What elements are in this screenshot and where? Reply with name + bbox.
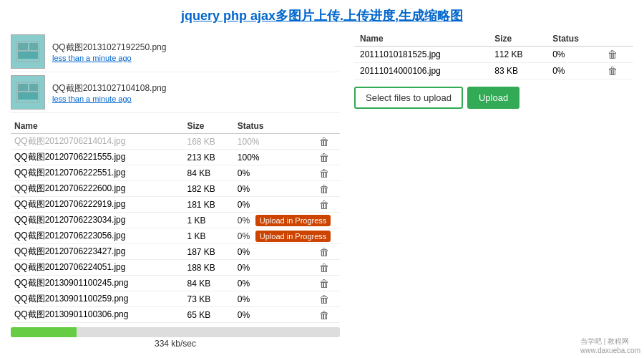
status-cell: 0% [547, 63, 602, 79]
table-row: QQ截图20120706222600.jpg 182 KB 0% 🗑 [11, 181, 340, 197]
select-files-button[interactable]: Select files to upload [354, 87, 463, 109]
delete-icon[interactable]: 🗑 [319, 262, 329, 274]
delete-icon[interactable]: 🗑 [319, 246, 329, 258]
uploaded-item: QQ截图20131027192250.png less than a minut… [11, 32, 340, 72]
file-name-cell: 20111010181525.jpg [354, 47, 489, 63]
file-size-cell: 73 KB [183, 291, 233, 307]
upload-button[interactable]: Upload [467, 87, 519, 109]
delete-icon[interactable]: 🗑 [319, 183, 329, 195]
file-name-cell: QQ截图20120706221555.jpg [11, 150, 183, 165]
file-name-cell: QQ截图20120706214014.jpg [11, 134, 183, 150]
delete-icon[interactable]: 🗑 [608, 65, 618, 77]
right-col-status: Status [547, 32, 602, 47]
table-row: QQ截图20130901100245.png 84 KB 0% 🗑 [11, 276, 340, 291]
page-title: jquery php ajax多图片上传.上传进度,生成缩略图 [11, 7, 633, 24]
uploaded-item-name: QQ截图20131027192250.png [52, 42, 166, 54]
table-row: QQ截图20120706223034.jpg 1 KB 0% Upload in… [11, 213, 340, 228]
table-row: QQ截图20120706221555.jpg 213 KB 100% 🗑 [11, 150, 340, 165]
uploaded-item-time[interactable]: less than a minute ago [52, 54, 166, 62]
table-row: QQ截图20120706222919.jpg 181 KB 0% 🗑 [11, 197, 340, 213]
table-row: QQ截图20120706223056.jpg 1 KB 0% Upload in… [11, 228, 340, 244]
right-col-size: Size [489, 32, 547, 47]
delete-icon[interactable]: 🗑 [319, 278, 329, 289]
right-panel: Name Size Status 20111010181525.jpg 112 … [354, 32, 633, 347]
status-cell: 0% [547, 47, 602, 63]
status-cell: 0% [234, 197, 316, 213]
file-name-cell: QQ截图20120706222600.jpg [11, 181, 183, 197]
svg-rect-1 [18, 43, 28, 50]
buttons-area: Select files to upload Upload [354, 87, 633, 109]
svg-rect-7 [29, 84, 38, 91]
delete-cell[interactable]: 🗑 [602, 63, 633, 79]
col-name: Name [11, 119, 183, 134]
file-size-cell: 84 KB [183, 165, 233, 181]
file-size-cell: 213 KB [183, 150, 233, 165]
file-size-cell: 112 KB [489, 47, 547, 63]
uploaded-item-time[interactable]: less than a minute ago [52, 95, 166, 103]
delete-cell[interactable]: 🗑 [316, 150, 340, 165]
status-cell: 0% Upload in Progress [234, 213, 316, 228]
delete-cell[interactable]: 🗑 [316, 307, 340, 323]
table-row: QQ截图20130901100306.png 65 KB 0% 🗑 [11, 307, 340, 323]
delete-icon[interactable]: 🗑 [319, 309, 329, 321]
table-row: QQ截图20120706224051.jpg 188 KB 0% 🗑 [11, 260, 340, 276]
table-row: QQ截图20120706223427.jpg 187 KB 0% 🗑 [11, 244, 340, 260]
file-size-cell: 65 KB [183, 307, 233, 323]
status-cell: 0% Upload in Progress [234, 228, 316, 244]
file-size-cell: 84 KB [183, 276, 233, 291]
file-name-cell: QQ截图20130901100306.png [11, 307, 183, 323]
col-action [316, 119, 340, 134]
file-name-cell: QQ截图20120706224051.jpg [11, 260, 183, 276]
file-size-cell: 181 KB [183, 197, 233, 213]
delete-cell[interactable]: 🗑 [316, 260, 340, 276]
file-name-cell: QQ截图20120706222551.jpg [11, 165, 183, 181]
thumbnail [11, 75, 45, 110]
delete-icon[interactable]: 🗑 [319, 168, 329, 179]
delete-cell[interactable]: 🗑 [316, 197, 340, 213]
uploaded-item-info: QQ截图20131027192250.png less than a minut… [52, 42, 166, 62]
left-panel: QQ截图20131027192250.png less than a minut… [11, 32, 340, 347]
image-thumb-icon [15, 39, 41, 64]
status-cell: 0% [234, 244, 316, 260]
file-size-cell: 168 KB [183, 134, 233, 150]
upload-in-progress-badge: Upload in Progress [255, 215, 331, 226]
delete-cell[interactable]: 🗑 [316, 181, 340, 197]
file-name-cell: QQ截图20120706223056.jpg [11, 228, 183, 244]
delete-icon[interactable]: 🗑 [319, 136, 329, 147]
svg-rect-6 [18, 84, 28, 91]
file-name-cell: QQ截图20120706222919.jpg [11, 197, 183, 213]
uploaded-item: QQ截图20131027104108.png less than a minut… [11, 72, 340, 113]
right-col-name: Name [354, 32, 489, 47]
file-size-cell: 182 KB [183, 181, 233, 197]
file-name-cell: QQ截图20130901100259.png [11, 291, 183, 307]
status-cell: 0% [234, 307, 316, 323]
file-size-cell: 83 KB [489, 63, 547, 79]
table-row: QQ截图20130901100259.png 73 KB 0% 🗑 [11, 291, 340, 307]
svg-rect-3 [18, 52, 38, 59]
status-cell: 0% [234, 181, 316, 197]
status-cell: 0% [234, 260, 316, 276]
delete-icon[interactable]: 🗑 [319, 294, 329, 305]
status-cell: 0% [234, 165, 316, 181]
delete-icon[interactable]: 🗑 [608, 49, 618, 60]
delete-cell[interactable]: 🗑 [316, 165, 340, 181]
svg-rect-2 [29, 43, 38, 50]
delete-icon[interactable]: 🗑 [319, 152, 329, 163]
delete-cell[interactable]: 🗑 [316, 276, 340, 291]
file-name-cell: QQ截图20120706223427.jpg [11, 244, 183, 260]
delete-cell[interactable]: 🗑 [602, 47, 633, 63]
delete-icon[interactable]: 🗑 [319, 199, 329, 211]
right-col-action [602, 32, 633, 47]
file-table: Name Size Status QQ截图20120706214014.jpg … [11, 119, 340, 323]
uploaded-items: QQ截图20131027192250.png less than a minut… [11, 32, 340, 113]
file-size-cell: 1 KB [183, 213, 233, 228]
table-row: QQ截图20120706214014.jpg 168 KB 100% 🗑 [11, 134, 340, 150]
file-size-cell: 1 KB [183, 228, 233, 244]
progress-bar-container [11, 327, 340, 337]
table-row: 20111014000106.jpg 83 KB 0% 🗑 [354, 63, 633, 79]
delete-cell[interactable]: 🗑 [316, 244, 340, 260]
thumbnail [11, 34, 45, 69]
delete-cell[interactable]: 🗑 [316, 134, 340, 150]
image-thumb-icon [15, 79, 41, 105]
delete-cell[interactable]: 🗑 [316, 291, 340, 307]
